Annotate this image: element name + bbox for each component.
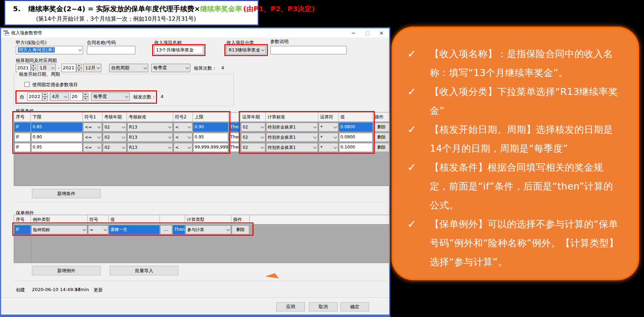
symbol2-combo[interactable]: < (174, 123, 192, 132)
add-condition-button[interactable]: 新增条件 (32, 189, 101, 198)
condition-row[interactable]: IF 0.90 <= 02 R13 < 0.95 Then 02 特别奖金换算1… (14, 132, 389, 142)
close-button[interactable]: × (379, 28, 384, 37)
issue-day-value: 20 (70, 92, 83, 101)
chevron-down-icon (187, 123, 192, 131)
callout-item: ✓ 【核发开始日期、周期】选择核发的日期是14个月的日期，周期是“每季度” (405, 120, 622, 158)
end-month-value: 12月 (85, 65, 95, 71)
income-name-input[interactable]: 13个月继续率奖金 (154, 46, 203, 54)
calc-count-label: 核算次数： (194, 65, 217, 71)
calc-standard-combo[interactable]: 特别奖金换算1 (266, 123, 318, 132)
issue-day-spinner[interactable]: 20 (70, 92, 88, 101)
delete-button[interactable]: 删除 (373, 123, 389, 132)
value-input[interactable]: 0.0800 (339, 123, 373, 132)
col-header: 计算标准 (266, 112, 318, 122)
delete-button[interactable]: 删除 (373, 143, 389, 152)
col-header: 序号 (14, 112, 31, 122)
fixed-commission-checkbox[interactable] (25, 82, 29, 87)
combo-value: * (320, 135, 332, 140)
exception-value-input[interactable]: 康健一生 (109, 225, 160, 234)
apply-button[interactable]: 应用 (276, 302, 305, 311)
lower-limit-input[interactable]: 0.85 (31, 123, 82, 132)
combo-value: 特别奖金换算1 (268, 135, 312, 140)
symbol1-combo[interactable]: <= (83, 133, 102, 142)
contract-input[interactable] (87, 46, 135, 54)
add-exception-button[interactable]: 新增例外 (32, 266, 101, 275)
calc-year-combo[interactable]: 02 (241, 123, 265, 132)
calc-type-combo[interactable]: 参与计算 (185, 225, 231, 234)
col-header: 符号2 (173, 112, 193, 122)
lower-limit-input[interactable]: 0.90 (31, 133, 82, 142)
seq-cell[interactable]: IF (14, 133, 30, 142)
seq-cell[interactable]: IF (14, 143, 30, 152)
spinner-up-icon[interactable] (42, 92, 48, 97)
condition-row[interactable]: IF 0.85 <= 02 R13 < 0.90 Then 02 特别奖金换算1… (14, 122, 389, 132)
symbol1-combo[interactable]: <= (83, 143, 102, 152)
calc-year-combo[interactable]: 02 (241, 143, 265, 152)
issue-freq-combo[interactable]: 每季度 (91, 92, 130, 101)
party-combo[interactable]: 同方人寿河北(寿) (16, 46, 83, 54)
calc-year-combo[interactable]: 02 (241, 133, 265, 142)
condition-row[interactable]: IF 0.95 <= 02 R13 < 99,999,999,999.00 Th… (14, 142, 389, 152)
contract-label: 合同名称/号码 (87, 40, 116, 46)
ok-button[interactable]: 确定 (340, 302, 369, 311)
then-cell: Then (229, 143, 240, 152)
col-header: 例外类型 (31, 215, 88, 225)
col-header (229, 112, 240, 122)
operator-combo[interactable]: * (319, 143, 338, 152)
issue-year-spinner[interactable]: 2022 (27, 92, 48, 101)
spinner-up-icon[interactable] (31, 64, 36, 68)
symbol2-combo[interactable]: < (174, 143, 192, 152)
issue-month-combo[interactable]: 4月 (50, 92, 69, 101)
calc-standard-combo[interactable]: 特别奖金换算1 (266, 143, 318, 152)
value-input[interactable]: 0.0900 (339, 133, 373, 142)
value-input[interactable]: 0.1000 (339, 143, 373, 152)
browse-ellipsis-button[interactable]: ... (160, 225, 172, 234)
spinner-down-icon[interactable] (42, 97, 48, 101)
assess-standard-combo[interactable]: R13 (127, 123, 173, 132)
exception-symbol-combo[interactable]: = (88, 225, 108, 234)
symbol1-combo[interactable]: <= (83, 123, 102, 132)
end-year-spinner[interactable]: 2021 (61, 64, 82, 72)
combo-value: 02 (104, 135, 121, 140)
batch-import-button[interactable]: 批量导入 (110, 266, 178, 275)
desc-input[interactable] (270, 46, 347, 54)
assess-year-combo[interactable]: 02 (103, 133, 127, 142)
spinner-down-icon[interactable] (83, 97, 88, 101)
assess-standard-combo[interactable]: R13 (127, 133, 173, 142)
spinner-up-icon[interactable] (83, 92, 88, 97)
operator-combo[interactable]: * (319, 123, 338, 132)
issue-date-group: 核发开始日期、周期 使用固定佣金参数项目 自 2022 4月 20 (14, 74, 234, 106)
assess-year-combo[interactable]: 02 (103, 123, 127, 132)
upper-limit-input[interactable]: 99,999,999,999.00 (193, 143, 228, 152)
callout-item: ✓ 【收入项分类】下拉菜单选择“R13继续率奖金” (405, 82, 622, 120)
maximize-button[interactable]: □ (365, 28, 370, 37)
combo-value: < (175, 135, 187, 140)
lower-limit-input[interactable]: 0.95 (31, 143, 82, 152)
issue-month-value: 4月 (52, 94, 63, 100)
col-header: 值 (339, 112, 373, 122)
updated-label: 更新 (94, 287, 103, 293)
operator-combo[interactable]: * (319, 133, 338, 142)
exception-row[interactable]: IF 险种简称 = 康健一生 ... Then 参与计算 删除 (14, 225, 389, 235)
exception-type-combo[interactable]: 险种简称 (31, 225, 87, 234)
seq-cell[interactable]: IF (14, 123, 30, 132)
delete-button[interactable]: 删除 (232, 225, 249, 234)
assess-standard-combo[interactable]: R13 (127, 143, 173, 152)
minimize-button[interactable]: − (351, 28, 356, 37)
upper-limit-input[interactable]: 0.90 (193, 123, 228, 132)
symbol2-combo[interactable]: < (174, 133, 192, 142)
name-label: 收入项目名称 (154, 40, 182, 46)
created-user: admin (75, 287, 89, 292)
cycle-type-combo[interactable]: 自然周期 (109, 64, 148, 72)
upper-limit-input[interactable]: 0.95 (193, 133, 228, 142)
delete-button[interactable]: 删除 (373, 133, 389, 142)
end-month-combo[interactable]: 12月 (83, 64, 101, 72)
income-class-combo[interactable]: R13继续率奖金 (226, 46, 266, 54)
seq-cell[interactable]: IF (14, 225, 30, 234)
calc-standard-combo[interactable]: 特别奖金换算1 (266, 133, 318, 142)
assess-year-combo[interactable]: 02 (103, 143, 127, 152)
cancel-button[interactable]: 取消 (309, 302, 338, 311)
spinner-up-icon[interactable] (76, 64, 82, 68)
cycle-freq-combo[interactable]: 每季度 (151, 64, 190, 72)
spinner-down-icon[interactable] (76, 68, 82, 72)
